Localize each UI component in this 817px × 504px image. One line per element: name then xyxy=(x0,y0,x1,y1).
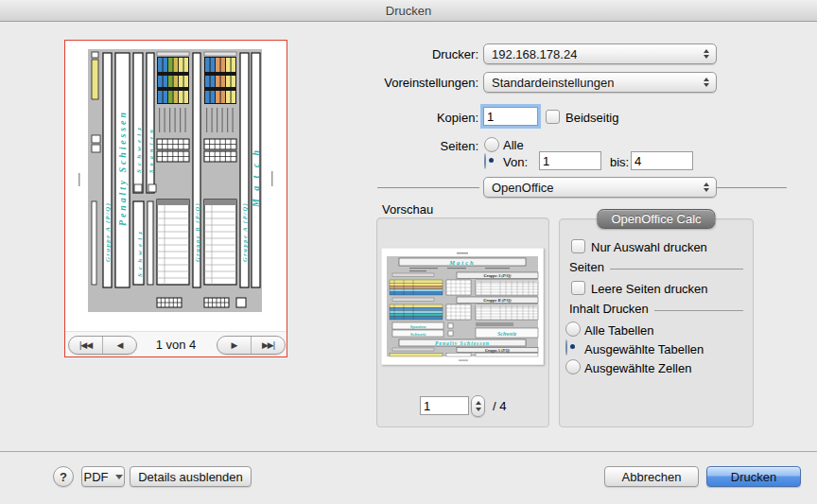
print-empty-pages-label: Leere Seiten drucken xyxy=(591,282,708,296)
pages-to-input[interactable] xyxy=(631,151,693,170)
duplex-label: Beidseitig xyxy=(565,111,618,125)
separator-right xyxy=(717,187,787,188)
hide-details-button[interactable]: Details ausblenden xyxy=(130,466,252,487)
print-empty-pages-checkbox[interactable] xyxy=(571,281,585,295)
doc-group-a-label: Gruppe A (P/Q) xyxy=(485,348,511,353)
copies-input[interactable] xyxy=(483,107,538,126)
doc-penalty-label: Penalty Schiessen xyxy=(435,340,490,346)
previous-page-icon: ◀ xyxy=(117,340,123,350)
duplex-checkbox[interactable] xyxy=(546,110,560,124)
popup-arrows-icon xyxy=(704,49,709,59)
pages-label: Seiten: xyxy=(337,139,478,153)
vorschau-title: Vorschau xyxy=(382,202,433,217)
pdf-button-label: PDF xyxy=(84,470,109,484)
vorschau-groupbox: Match Gruppe A (P/Q) Gruppe xyxy=(376,217,549,427)
all-tables-radio[interactable] xyxy=(565,322,581,337)
print-dialog: { "window_title": "Drucken", "form": { "… xyxy=(0,0,817,504)
vorschau-page-stepper[interactable] xyxy=(471,395,485,417)
vorschau-preview-page: Match Gruppe A (P/Q) Gruppe xyxy=(381,248,544,365)
next-page-icon: ▶ xyxy=(232,340,237,350)
cancel-button-label: Abbrechen xyxy=(622,470,682,484)
pages-from-input[interactable] xyxy=(539,151,601,170)
popup-arrows-icon xyxy=(704,78,709,87)
printer-select[interactable]: 192.168.178.24 xyxy=(483,43,717,64)
help-button[interactable]: ? xyxy=(53,466,74,487)
presets-select-value: Standardeinstellungen xyxy=(492,76,614,90)
pages-all-radio[interactable] xyxy=(484,137,499,152)
pages-section-rule xyxy=(610,269,743,269)
thumbnail-nav-forward-group: ▶ ▶▶| xyxy=(217,336,286,355)
selected-cells-label: Ausgewählte Zellen xyxy=(584,361,691,375)
selected-tables-label: Ausgewählte Tabellen xyxy=(584,342,704,356)
print-button-label: Drucken xyxy=(731,470,776,484)
content-section-header: Inhalt Drucken xyxy=(569,302,743,316)
presets-select[interactable]: Standardeinstellungen xyxy=(483,72,717,93)
page-thumbnail-panel: Gruppe A (P/Q) Penalty Schiessen Schweiz… xyxy=(64,40,287,357)
doc-team-label: Schweiz xyxy=(497,331,517,337)
footer-separator xyxy=(0,451,817,452)
next-page-button[interactable]: ▶ xyxy=(217,337,251,354)
content-section-rule xyxy=(654,310,743,311)
selected-tables-radio[interactable] xyxy=(565,339,567,356)
selected-cells-radio[interactable] xyxy=(565,359,581,374)
app-options-select-value: OpenOffice xyxy=(492,181,554,195)
vorschau-page-total: / 4 xyxy=(493,399,506,413)
calc-options-groupbox: OpenOffice Calc Nur Auswahl drucken Seit… xyxy=(559,218,754,427)
popup-arrows-icon xyxy=(704,182,709,192)
vorschau-page-input[interactable] xyxy=(420,396,469,415)
separator-left xyxy=(377,187,479,188)
copies-label: Kopien: xyxy=(337,111,478,125)
window-title: Drucken xyxy=(386,4,431,18)
last-page-button[interactable]: ▶▶| xyxy=(251,337,285,354)
doc-group-a-label: Gruppe A (P/Q) xyxy=(483,273,512,278)
printer-label: Drucker: xyxy=(337,47,478,61)
pages-from-radio[interactable] xyxy=(484,153,486,169)
pdf-menu-button[interactable]: PDF xyxy=(81,466,125,487)
last-page-icon: ▶▶| xyxy=(262,340,274,350)
page-thumbnail[interactable]: Gruppe A (P/Q) Penalty Schiessen Schweiz… xyxy=(65,41,287,332)
vorschau-preview-image: Match Gruppe A (P/Q) Gruppe xyxy=(381,248,544,365)
calc-panel-badge: OpenOffice Calc xyxy=(597,209,715,229)
pages-to-label: bis: xyxy=(610,155,629,169)
app-options-select[interactable]: OpenOffice xyxy=(483,177,717,198)
doc-team-label: Schweiz xyxy=(135,128,143,173)
cancel-button[interactable]: Abbrechen xyxy=(604,466,699,487)
thumbnail-nav-back-group: |◀◀ ◀ xyxy=(68,336,137,355)
pages-section-header: Seiten xyxy=(569,260,743,274)
help-icon: ? xyxy=(60,470,67,484)
content-section-label: Inhalt Drucken xyxy=(569,302,649,316)
print-selection-checkbox[interactable] xyxy=(571,239,585,253)
first-page-button[interactable]: |◀◀ xyxy=(69,337,102,354)
print-selection-label: Nur Auswahl drucken xyxy=(591,240,707,254)
print-button[interactable]: Drucken xyxy=(706,466,801,487)
previous-page-button[interactable]: ◀ xyxy=(102,337,136,354)
doc-team-label: Schweiz xyxy=(410,332,426,337)
chevron-down-icon xyxy=(115,475,123,479)
pages-all-label: Alle xyxy=(503,138,524,152)
page-thumbnail-image: Gruppe A (P/Q) Penalty Schiessen Schweiz… xyxy=(65,41,287,331)
all-tables-label: Alle Tabellen xyxy=(584,323,653,338)
doc-title-label: Match xyxy=(448,259,475,266)
doc-team-label: Spanien xyxy=(410,324,426,329)
window-title-bar: Drucken xyxy=(0,0,817,22)
pages-from-label: Von: xyxy=(503,155,528,169)
printer-select-value: 192.168.178.24 xyxy=(492,47,577,61)
doc-group-b-label: Gruppe B (P/Q) xyxy=(483,298,512,303)
hide-details-label: Details ausblenden xyxy=(138,470,243,484)
presets-label: Voreinstellungen: xyxy=(337,76,478,90)
doc-penalty-label: Penalty Schiessen xyxy=(117,113,128,226)
thumbnail-page-indicator: 1 von 4 xyxy=(138,338,214,352)
doc-team-label: Schweiz xyxy=(136,232,144,277)
first-page-icon: |◀◀ xyxy=(79,340,92,350)
pages-section-label: Seiten xyxy=(569,260,604,274)
